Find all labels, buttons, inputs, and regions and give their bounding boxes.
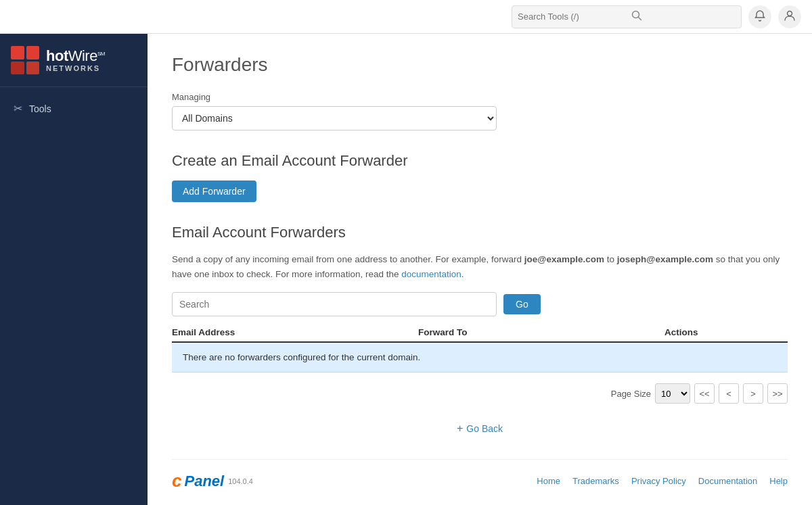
search-icon: [631, 10, 642, 23]
bell-icon: [754, 9, 766, 24]
sidebar: hotWireSM NETWORKS ✂ Tools: [0, 34, 148, 505]
footer-link-trademarks[interactable]: Trademarks: [572, 476, 619, 486]
logo-sq-3: [11, 62, 24, 75]
cpanel-c: c: [172, 471, 181, 491]
cpanel-version: 104.0.4: [228, 477, 253, 485]
cpanel-panel: Panel: [184, 473, 224, 490]
search-tools-button[interactable]: [631, 5, 736, 28]
content-inner: Forwarders Managing All Domains Create a…: [148, 34, 812, 505]
sidebar-item-label: Tools: [29, 103, 51, 114]
top-header: [0, 0, 812, 34]
footer-link-privacy-policy[interactable]: Privacy Policy: [631, 476, 686, 486]
user-icon: [784, 9, 796, 24]
sidebar-nav: ✂ Tools: [0, 87, 148, 130]
page-size-label: Page Size: [611, 389, 651, 399]
forwarders-description: Send a copy of any incoming email from o…: [172, 252, 788, 281]
pagination-row: Page Size 10 25 50 100 << < > >>: [172, 383, 788, 404]
documentation-link[interactable]: documentation: [401, 269, 461, 279]
go-button[interactable]: Go: [503, 294, 541, 314]
logo-text: hotWireSM NETWORKS: [46, 48, 105, 72]
managing-select[interactable]: All Domains: [172, 106, 497, 130]
search-row: Go: [172, 292, 788, 316]
main-content: Forwarders Managing All Domains Create a…: [148, 34, 812, 505]
go-back-label: Go Back: [466, 423, 503, 434]
logo-sm: SM: [97, 51, 105, 57]
logo-sq-1: [11, 46, 24, 59]
footer-link-help[interactable]: Help: [769, 476, 788, 486]
svg-point-2: [788, 11, 792, 16]
svg-line-1: [639, 18, 641, 20]
desc-example-from: joe@example.com: [524, 254, 604, 264]
sidebar-logo: hotWireSM NETWORKS: [0, 34, 148, 87]
go-back-icon: +: [457, 423, 463, 435]
col-forward-to: Forward To: [418, 327, 664, 337]
add-forwarder-button[interactable]: Add Forwarder: [172, 181, 256, 202]
first-page-button[interactable]: <<: [694, 383, 715, 404]
go-back-row: + Go Back: [172, 423, 788, 435]
create-section-heading: Create an Email Account Forwarder: [172, 152, 788, 170]
desc-example-to: joseph@example.com: [617, 254, 713, 264]
logo-brand: hotWireSM: [46, 48, 105, 64]
footer-bar: cPanel 104.0.4 Home Trademarks Privacy P…: [172, 459, 788, 491]
page-size-select[interactable]: 10 25 50 100: [655, 383, 690, 404]
table-header: Email Address Forward To Actions: [172, 327, 788, 343]
cpanel-logo: cPanel 104.0.4: [172, 471, 253, 491]
col-email-address: Email Address: [172, 327, 418, 337]
footer-link-home[interactable]: Home: [537, 476, 560, 486]
user-button[interactable]: [778, 5, 801, 28]
go-back-link[interactable]: + Go Back: [457, 423, 503, 435]
sidebar-item-tools[interactable]: ✂ Tools: [0, 95, 148, 122]
prev-page-button[interactable]: <: [719, 383, 739, 404]
search-tools-input[interactable]: [518, 11, 631, 22]
last-page-button[interactable]: >>: [767, 383, 788, 404]
logo-sq-2: [26, 46, 40, 59]
logo-networks: NETWORKS: [46, 64, 105, 72]
desc-part1: Send a copy of any incoming email from o…: [172, 254, 524, 264]
logo-sq-4: [26, 62, 40, 75]
desc-part2: to: [604, 254, 617, 264]
col-actions: Actions: [664, 327, 788, 337]
forwarders-section-heading: Email Account Forwarders: [172, 224, 788, 241]
scissors-icon: ✂: [14, 102, 22, 115]
notifications-button[interactable]: [748, 5, 771, 28]
next-page-button[interactable]: >: [743, 383, 763, 404]
footer-link-documentation[interactable]: Documentation: [698, 476, 757, 486]
search-tools-wrapper: [512, 5, 742, 28]
desc-end: .: [461, 269, 464, 279]
footer-links: Home Trademarks Privacy Policy Documenta…: [537, 476, 788, 486]
search-input[interactable]: [172, 292, 497, 316]
managing-label: Managing: [172, 92, 788, 102]
logo-grid: [11, 46, 39, 74]
main-layout: hotWireSM NETWORKS ✂ Tools Forwarders Ma…: [0, 34, 812, 505]
table-empty-message: There are no forwarders configured for t…: [172, 343, 788, 372]
page-title: Forwarders: [172, 54, 788, 76]
